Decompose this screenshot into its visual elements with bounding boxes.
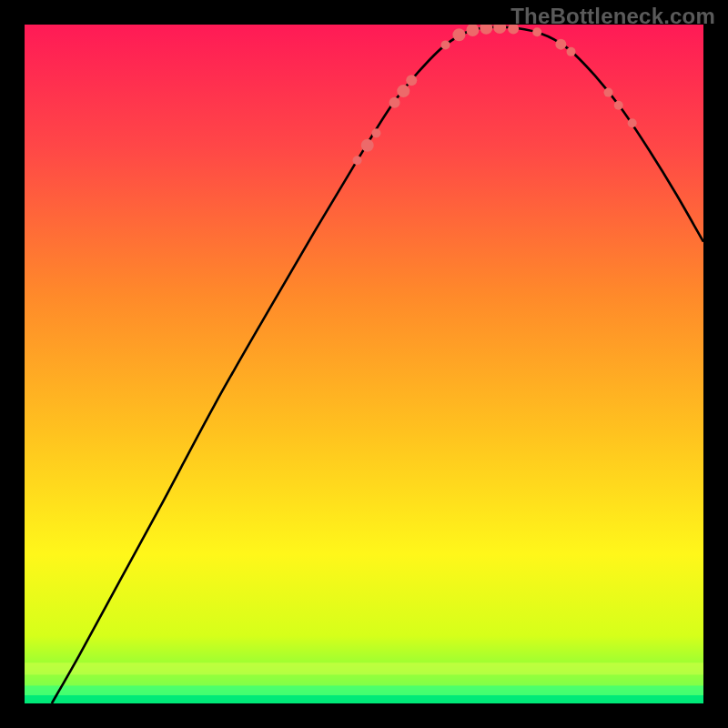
dots-layer bbox=[25, 25, 703, 703]
data-point bbox=[567, 47, 576, 56]
data-point bbox=[371, 128, 380, 137]
chart-frame: TheBottleneck.com bbox=[0, 0, 728, 728]
watermark-text: TheBottleneck.com bbox=[511, 4, 715, 29]
data-point bbox=[493, 25, 506, 34]
data-point bbox=[397, 85, 410, 97]
data-point bbox=[406, 75, 417, 86]
data-point bbox=[389, 97, 400, 108]
data-point bbox=[604, 88, 613, 97]
data-point bbox=[628, 118, 637, 127]
data-point bbox=[441, 40, 450, 49]
plot-area bbox=[25, 25, 703, 703]
data-point bbox=[361, 139, 374, 152]
data-point bbox=[614, 101, 623, 110]
data-point bbox=[466, 25, 479, 36]
data-point bbox=[555, 39, 566, 50]
data-point bbox=[452, 28, 465, 41]
data-point bbox=[353, 156, 362, 165]
data-point bbox=[480, 25, 492, 35]
